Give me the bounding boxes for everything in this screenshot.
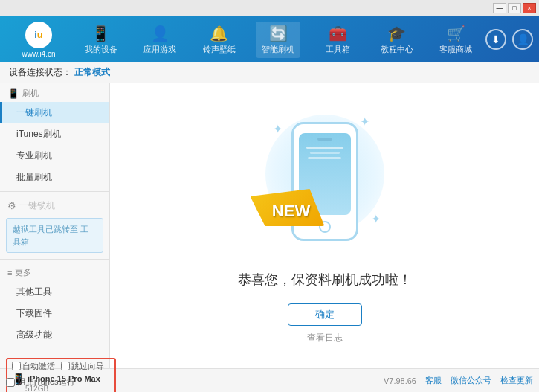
device-checkboxes: 自动激活 跳过向导 (12, 361, 110, 372)
nav-apps-games[interactable]: 👤 应用游戏 (138, 22, 182, 58)
confirm-button[interactable]: 确定 (288, 303, 362, 326)
log-link[interactable]: 查看日志 (307, 332, 343, 344)
download-button[interactable]: ⬇ (485, 29, 506, 50)
success-message: 恭喜您，保资料刷机成功啦！ (238, 271, 412, 289)
logo-text: www.i4.cn (22, 50, 55, 58)
auto-import-input[interactable] (61, 362, 70, 370)
sidebar-item-itunes-flash[interactable]: iTunes刷机 (0, 123, 109, 145)
auto-activate-checkbox[interactable]: 自动激活 (12, 361, 55, 372)
toolbox-label: 工具箱 (326, 44, 350, 55)
more-section-icon: ≡ (7, 269, 12, 277)
apps-icon: 👤 (151, 25, 170, 42)
stop-itunes-label: 阻止iTunes运行 (18, 376, 75, 388)
sidebar: 📱 刷机 一键刷机 iTunes刷机 专业刷机 批量刷机 ⚙ 一键锁机 越狱工具… (0, 83, 110, 368)
nav-items: 📱 我的设备 👤 应用游戏 🔔 铃声壁纸 🔄 智能刷机 🧰 工具箱 🎓 教程中心… (71, 22, 485, 58)
main-layout: 📱 刷机 一键刷机 iTunes刷机 专业刷机 批量刷机 ⚙ 一键锁机 越狱工具… (0, 83, 539, 368)
header: iu www.i4.cn 📱 我的设备 👤 应用游戏 🔔 铃声壁纸 🔄 智能刷机… (0, 16, 539, 62)
ringtones-label: 铃声壁纸 (203, 44, 236, 55)
nav-my-device[interactable]: 📱 我的设备 (79, 22, 123, 58)
maximize-button[interactable]: □ (508, 3, 521, 13)
new-label: NEW (272, 202, 310, 221)
stop-itunes-checkbox[interactable]: 阻止iTunes运行 (6, 376, 75, 388)
flash-section-icon: 📱 (7, 88, 19, 99)
sparkle-icon-2: ✦ (360, 115, 369, 129)
bottom-right: V7.98.66 客服 微信公众号 检查更新 (116, 375, 533, 386)
more-section-label: 更多 (15, 267, 31, 278)
ringtones-icon: 🔔 (210, 25, 228, 42)
sidebar-item-pro-flash[interactable]: 专业刷机 (0, 145, 109, 167)
customer-service-link[interactable]: 客服 (425, 375, 442, 386)
sidebar-item-other-tools[interactable]: 其他工具 (0, 281, 109, 303)
logo-area: iu www.i4.cn (6, 22, 71, 58)
my-device-icon: 📱 (91, 25, 110, 42)
check-update-link[interactable]: 检查更新 (500, 375, 533, 386)
rescue-section-label: 一键锁机 (19, 199, 55, 212)
auto-activate-label: 自动激活 (22, 361, 55, 372)
minimize-button[interactable]: — (493, 3, 506, 13)
sidebar-item-batch-flash[interactable]: 批量刷机 (0, 167, 109, 188)
status-bar: 设备连接状态： 正常模式 (0, 62, 539, 83)
tutorial-label: 教程中心 (381, 44, 413, 55)
stop-itunes-input[interactable] (6, 378, 15, 387)
nav-store[interactable]: 🛒 客服商城 (433, 22, 478, 58)
nav-smart-flash[interactable]: 🔄 智能刷机 (256, 22, 300, 58)
sparkle-icon-1: ✦ (273, 122, 283, 136)
nav-toolbox[interactable]: 🧰 工具箱 (315, 22, 360, 58)
rescue-note: 越狱工具已跳转至 工具箱 (6, 218, 103, 253)
store-icon: 🛒 (447, 25, 465, 42)
store-label: 客服商城 (439, 44, 472, 55)
sidebar-item-one-key-flash[interactable]: 一键刷机 (0, 102, 109, 123)
apps-label: 应用游戏 (143, 44, 176, 55)
auto-import-checkbox[interactable]: 跳过向导 (61, 361, 104, 372)
sidebar-section-more: ≡ 更多 (0, 263, 109, 281)
bottom-bar: 自动激活 跳过向导 📱 iPhone 15 Pro Max 512GB iPho… (0, 368, 539, 392)
sidebar-divider-2 (0, 259, 109, 260)
sidebar-item-advanced[interactable]: 高级功能 (0, 324, 109, 346)
nav-tutorial[interactable]: 🎓 教程中心 (375, 22, 419, 58)
smart-flash-icon: 🔄 (269, 25, 288, 42)
status-prefix: 设备连接状态： (9, 66, 71, 79)
rescue-section-icon: ⚙ (7, 200, 16, 211)
close-button[interactable]: × (523, 3, 536, 13)
sidebar-section-rescue: ⚙ 一键锁机 (0, 195, 109, 215)
status-value: 正常模式 (74, 66, 110, 79)
sidebar-divider-1 (0, 191, 109, 192)
nav-ringtones[interactable]: 🔔 铃声壁纸 (197, 22, 242, 58)
logo-icon: iu (25, 22, 52, 48)
sidebar-item-download-firmware[interactable]: 下载固件 (0, 303, 109, 324)
my-device-label: 我的设备 (85, 44, 117, 55)
tutorial-icon: 🎓 (387, 25, 406, 42)
content-area: ✦ ✦ ✦ NEW ✦ 恭喜您，保资料刷机成功啦！ 确定 查看日志 (110, 83, 539, 368)
user-button[interactable]: 👤 (512, 29, 533, 50)
auto-activate-input[interactable] (12, 362, 21, 370)
sidebar-section-flash: 📱 刷机 (0, 83, 109, 102)
toolbox-icon: 🧰 (329, 25, 347, 42)
wechat-link[interactable]: 微信公众号 (451, 375, 491, 386)
success-illustration: ✦ ✦ ✦ NEW ✦ (258, 107, 392, 256)
version-label: V7.98.66 (384, 376, 416, 385)
nav-right: ⬇ 👤 (485, 29, 533, 50)
sparkle-icon-3: ✦ (371, 212, 381, 226)
window-chrome: — □ × (0, 0, 539, 16)
auto-import-label: 跳过向导 (71, 361, 104, 372)
smart-flash-label: 智能刷机 (262, 44, 294, 55)
flash-section-label: 刷机 (22, 88, 39, 99)
